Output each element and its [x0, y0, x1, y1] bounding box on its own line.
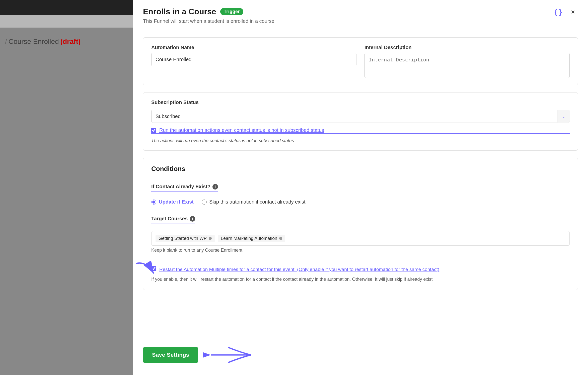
- subscription-info-text: The actions will run even the contact's …: [151, 138, 570, 143]
- radio-skip-input[interactable]: [202, 200, 207, 205]
- nav-bar: [0, 15, 133, 28]
- panel-subtitle: This Funnel will start when a student is…: [143, 18, 274, 24]
- radio-group: Update if Exist Skip this automation if …: [151, 199, 570, 205]
- contact-exist-group: If Contact Already Exist? i Update if Ex…: [151, 184, 570, 205]
- contact-exist-info-icon[interactable]: i: [212, 184, 218, 190]
- radio-skip[interactable]: Skip this automation if contact already …: [202, 199, 306, 205]
- restart-checkbox-label[interactable]: Restart the Automation Multiple times fo…: [159, 266, 439, 273]
- radio-update-label: Update if Exist: [159, 199, 194, 205]
- target-courses-label: Target Courses i: [151, 216, 195, 224]
- form-row: Automation Name Internal Description: [151, 45, 570, 78]
- trigger-badge: Trigger: [220, 8, 244, 15]
- tags-input[interactable]: Getting Started with WP Learn Marketing …: [151, 231, 570, 246]
- top-bar: [0, 0, 133, 15]
- internal-description-group: Internal Description: [364, 45, 570, 78]
- arrow-annotation-save: [203, 345, 253, 365]
- tag-learn-marketing: Learn Marketing Automation: [218, 235, 285, 242]
- conditions-title: Conditions: [151, 165, 570, 173]
- settings-panel: Enrolls in a Course Trigger This Funnel …: [133, 0, 588, 375]
- close-button[interactable]: ×: [568, 7, 578, 17]
- name-description-card: Automation Name Internal Description: [143, 37, 578, 85]
- breadcrumb-title: Course Enrolled: [9, 38, 59, 46]
- left-background-panel: / Course Enrolled (draft): [0, 0, 133, 375]
- restart-section: Restart the Automation Multiple times fo…: [151, 266, 570, 283]
- subscription-select-wrapper: Subscribed Unsubscribed Pending ⌄: [151, 110, 570, 123]
- target-courses-info-icon[interactable]: i: [190, 216, 195, 222]
- breadcrumb: / Course Enrolled (draft): [0, 28, 133, 56]
- radio-skip-label: Skip this automation if contact already …: [209, 199, 306, 205]
- run-checkbox-row: Run the automation actions even contact …: [151, 127, 570, 134]
- conditions-section: Conditions If Contact Already Exist? i U…: [151, 165, 570, 283]
- panel-title: Enrolls in a Course: [143, 7, 216, 16]
- automation-name-label: Automation Name: [151, 45, 356, 50]
- contact-exist-label: If Contact Already Exist? i: [151, 184, 218, 192]
- run-checkbox-label[interactable]: Run the automation actions even contact …: [159, 127, 324, 133]
- save-settings-button[interactable]: Save Settings: [143, 347, 198, 363]
- save-area: Save Settings: [133, 340, 588, 375]
- breadcrumb-status: (draft): [60, 38, 81, 46]
- panel-header: Enrolls in a Course Trigger This Funnel …: [133, 0, 588, 29]
- run-checkbox[interactable]: [151, 128, 156, 133]
- subscription-card: Subscription Status Subscribed Unsubscri…: [143, 92, 578, 151]
- target-courses-hint: Keep it blank to run to any Course Enrol…: [151, 248, 570, 253]
- code-icon[interactable]: { }: [554, 8, 562, 16]
- automation-name-group: Automation Name: [151, 45, 356, 78]
- tag-getting-started-label: Getting Started with WP: [159, 236, 207, 241]
- radio-update-input[interactable]: [151, 200, 156, 205]
- arrow-annotation-checkbox: [133, 258, 161, 284]
- header-right: { } ×: [554, 7, 578, 17]
- tag-learn-marketing-dot: [279, 237, 282, 240]
- tag-getting-started-dot: [209, 237, 212, 240]
- radio-update[interactable]: Update if Exist: [151, 199, 194, 205]
- subscription-section: Subscription Status Subscribed Unsubscri…: [151, 100, 570, 143]
- conditions-card: Conditions If Contact Already Exist? i U…: [143, 158, 578, 290]
- tag-learn-marketing-label: Learn Marketing Automation: [221, 236, 277, 241]
- internal-description-textarea[interactable]: [364, 53, 570, 78]
- header-left: Enrolls in a Course Trigger This Funnel …: [143, 7, 274, 24]
- automation-name-input[interactable]: [151, 53, 356, 66]
- breadcrumb-slash: /: [5, 38, 7, 46]
- restart-checkbox-row: Restart the Automation Multiple times fo…: [151, 266, 570, 273]
- subscription-select[interactable]: Subscribed Unsubscribed Pending: [151, 110, 570, 123]
- subscription-status-label: Subscription Status: [151, 100, 570, 105]
- target-courses-group: Target Courses i Getting Started with WP…: [151, 216, 570, 253]
- tag-getting-started: Getting Started with WP: [156, 235, 215, 242]
- restart-info-text: If you enable, then it will restart the …: [151, 276, 570, 283]
- internal-description-label: Internal Description: [364, 45, 570, 50]
- header-title-row: Enrolls in a Course Trigger: [143, 7, 274, 16]
- panel-content: Automation Name Internal Description Sub…: [133, 29, 588, 340]
